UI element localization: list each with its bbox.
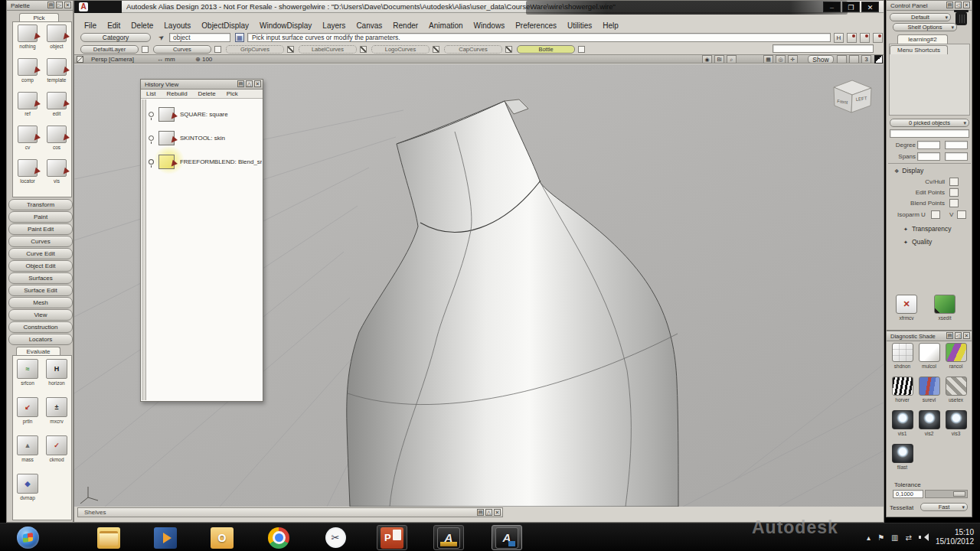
diagnostic-tool-horver[interactable]: horver bbox=[889, 377, 916, 410]
palette-section-curves[interactable]: Curves bbox=[8, 236, 73, 247]
tool-option-icon-2[interactable] bbox=[860, 33, 870, 43]
palette-tool-locator[interactable]: locator bbox=[13, 159, 42, 193]
prompt-message-field[interactable]: Pick input surface curves or modify the … bbox=[247, 33, 831, 42]
menu-file[interactable]: File bbox=[79, 21, 102, 32]
history-menu-icon[interactable]: ▤ bbox=[237, 80, 244, 87]
history-menu-list[interactable]: List bbox=[141, 90, 161, 98]
palette-tool-object[interactable]: object bbox=[42, 24, 71, 58]
history-node-icon[interactable] bbox=[158, 131, 175, 145]
shelves-close-icon[interactable]: ✕ bbox=[494, 509, 501, 516]
palette-tool-prtln[interactable]: ↙ prtln bbox=[13, 397, 42, 435]
close-button[interactable]: ✕ bbox=[861, 2, 879, 12]
control-panel-collapse-icon[interactable]: ◁ bbox=[955, 2, 962, 8]
history-collapse-icon[interactable]: △ bbox=[246, 80, 253, 87]
taskbar-slot-alias-design[interactable] bbox=[492, 525, 522, 550]
history-menu-rebuild[interactable]: Rebuild bbox=[161, 90, 192, 98]
layer-CapCurves[interactable]: CapCurves bbox=[444, 45, 502, 54]
tab-menu-shortcuts[interactable]: Menu Shortcuts bbox=[890, 45, 948, 54]
history-toggle-icon[interactable] bbox=[149, 159, 154, 165]
bottle-3d-model[interactable] bbox=[347, 99, 678, 507]
shelf-options-dropdown[interactable]: Shelf Options bbox=[893, 23, 957, 31]
tolerance-slider[interactable] bbox=[925, 490, 968, 498]
history-item[interactable]: SKINTOOL: skin bbox=[149, 128, 262, 148]
palette-section-construction[interactable]: Construction bbox=[8, 321, 73, 333]
layer-visibility-checkbox[interactable] bbox=[505, 46, 512, 53]
layer-GripCurves[interactable]: GripCurves bbox=[226, 45, 284, 54]
history-node-icon[interactable] bbox=[158, 107, 175, 122]
diagnostic-tool-rancol[interactable]: rancol bbox=[942, 343, 969, 377]
viewport-close-icon[interactable] bbox=[77, 56, 83, 63]
palette-section-paint[interactable]: Paint bbox=[8, 211, 73, 223]
taskbar-slot-start[interactable] bbox=[12, 525, 43, 550]
edit-points-checkbox[interactable] bbox=[949, 188, 959, 197]
palette-tool-vis[interactable]: vis bbox=[42, 159, 71, 193]
shelf-dropdown[interactable]: Default bbox=[890, 13, 951, 21]
history-titlebar[interactable]: History View ▤ △ ✕ bbox=[141, 80, 263, 90]
display-section-header[interactable]: Display bbox=[894, 167, 923, 174]
grid-toggle-icon[interactable]: ▦ bbox=[763, 55, 773, 64]
palette-tool-template[interactable]: template bbox=[42, 58, 71, 92]
palette-tool-horizon[interactable]: H horizon bbox=[42, 359, 71, 397]
palette-section-paint-edit[interactable]: Paint Edit bbox=[8, 223, 73, 235]
trash-icon[interactable] bbox=[956, 12, 967, 25]
layer-LogoCurves[interactable]: LogoCurves bbox=[371, 45, 430, 54]
menu-delete[interactable]: Delete bbox=[126, 21, 158, 32]
diagnostic-collapse-icon[interactable]: ◁ bbox=[955, 332, 962, 339]
history-toggle-icon[interactable] bbox=[149, 112, 154, 117]
prompt-grid-icon[interactable]: ▦ bbox=[235, 33, 244, 42]
diagnostic-shade-titlebar[interactable]: Diagnostic Shade ▤ ◁ ✕ bbox=[887, 331, 972, 341]
tolerance-input[interactable]: 0,1000 bbox=[893, 490, 923, 498]
history-close-icon[interactable]: ✕ bbox=[254, 80, 261, 87]
palette-tool-dvmap[interactable]: ◆ dvmap bbox=[13, 474, 42, 512]
palette-section-curve-edit[interactable]: Curve Edit bbox=[8, 248, 73, 259]
history-toggle-icon[interactable] bbox=[149, 135, 154, 141]
menu-utilities[interactable]: Utilities bbox=[562, 21, 597, 32]
isoparm-v-checkbox[interactable] bbox=[957, 210, 966, 219]
action-center-flag-icon[interactable]: ⚑ bbox=[877, 533, 884, 542]
palette-section-object-edit[interactable]: Object Edit bbox=[8, 260, 73, 272]
layer-visibility-checkbox[interactable] bbox=[360, 46, 367, 53]
menu-help[interactable]: Help bbox=[597, 21, 624, 32]
palette-tool-mxcrv[interactable]: ± mxcrv bbox=[42, 397, 71, 435]
shelves-collapse-icon[interactable]: △ bbox=[485, 509, 492, 516]
object-field[interactable]: object bbox=[169, 33, 230, 42]
taskbar-slot-powerpoint[interactable] bbox=[377, 525, 407, 550]
diagnostic-tool-shdnon[interactable]: shdnon bbox=[889, 343, 916, 377]
expander-quality[interactable]: Quality bbox=[903, 238, 932, 246]
alias-app-icon[interactable]: A bbox=[79, 2, 88, 11]
show-button[interactable]: Show bbox=[808, 55, 834, 64]
shade-toggle-icon[interactable]: ◎ bbox=[776, 55, 786, 64]
menu-objectdisplay[interactable]: ObjectDisplay bbox=[196, 21, 254, 32]
spans-field-u[interactable] bbox=[917, 152, 940, 161]
palette-titlebar[interactable]: Palette ▤ ▷ ✕ bbox=[7, 1, 73, 11]
prompt-history-button[interactable]: H bbox=[834, 33, 844, 43]
palette-tool-nothing[interactable]: nothing bbox=[13, 24, 42, 58]
palette-tool-cv[interactable]: cv bbox=[13, 126, 42, 159]
palette-tool-srfcon[interactable]: ≈ srfcon bbox=[13, 359, 42, 397]
palette-tool-mass[interactable]: ▲ mass bbox=[13, 435, 42, 474]
palette-section-view[interactable]: View bbox=[8, 309, 73, 321]
pane-layout-toggle[interactable]: 3 bbox=[861, 55, 871, 64]
layer-visibility-checkbox[interactable] bbox=[142, 46, 149, 53]
tessellation-dropdown[interactable]: Fast bbox=[920, 503, 968, 511]
layer-visibility-checkbox[interactable] bbox=[578, 46, 585, 53]
menu-windowdisplay[interactable]: WindowDisplay bbox=[254, 21, 317, 32]
category-button[interactable]: Category bbox=[80, 33, 151, 42]
taskbar-slot-snipping-tool[interactable] bbox=[320, 525, 351, 550]
tool-option-icon-3[interactable] bbox=[873, 33, 883, 43]
viewport-blank-button-2[interactable] bbox=[849, 55, 859, 64]
menu-render[interactable]: Render bbox=[387, 21, 423, 32]
picked-object-field[interactable] bbox=[890, 129, 969, 138]
magnifier-icon[interactable]: ⌕ bbox=[727, 55, 737, 64]
menu-canvas[interactable]: Canvas bbox=[351, 21, 387, 32]
history-item[interactable]: SQUARE: square bbox=[149, 104, 262, 124]
palette-close-icon[interactable]: ✕ bbox=[64, 2, 71, 8]
expander-transparency[interactable]: Transparency bbox=[903, 225, 952, 233]
layer-visibility-checkbox[interactable] bbox=[287, 46, 294, 53]
palette-menu-icon[interactable]: ▤ bbox=[47, 2, 54, 8]
picked-objects-dropdown[interactable]: 0 picked objects bbox=[890, 119, 969, 127]
history-scroll-groove[interactable] bbox=[142, 99, 146, 400]
palette-section-surfaces[interactable]: Surfaces bbox=[8, 272, 73, 284]
menu-animation[interactable]: Animation bbox=[423, 21, 468, 32]
menu-preferences[interactable]: Preferences bbox=[510, 21, 562, 32]
